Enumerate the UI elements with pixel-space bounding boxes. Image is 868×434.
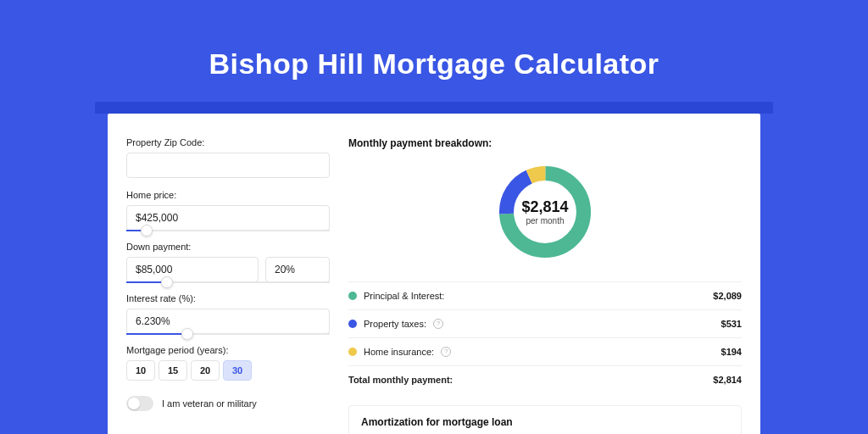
interest-label: Interest rate (%): [126,293,330,303]
results-column: Monthly payment breakdown: $2,814 per mo… [348,137,742,434]
donut-sub: per month [526,216,564,225]
row-insurance-value: $194 [721,347,742,357]
amortization-title: Amortization for mortgage loan [361,416,729,428]
interest-input[interactable] [126,309,330,334]
row-total: Total monthly payment: $2,814 [348,365,742,393]
period-option-20[interactable]: 20 [191,360,220,381]
row-taxes-label: Property taxes: [364,319,426,329]
slider-thumb[interactable] [181,328,193,340]
period-option-10[interactable]: 10 [126,360,155,381]
row-principal-left: Principal & Interest: [348,291,444,301]
down-payment-label: Down payment: [126,242,330,252]
down-payment-input[interactable] [126,257,259,282]
period-buttons: 10 15 20 30 [126,360,330,381]
slider-thumb[interactable] [141,225,153,236]
row-taxes-left: Property taxes: ? [348,319,443,329]
row-principal: Principal & Interest: $2,089 [348,281,742,309]
home-price-group: Home price: [126,190,330,231]
slider-rest [147,230,330,231]
period-group: Mortgage period (years): 10 15 20 30 [126,345,330,381]
period-option-30[interactable]: 30 [223,360,252,381]
zip-input[interactable] [126,153,330,178]
down-payment-pct-input[interactable] [265,257,330,282]
interest-group: Interest rate (%): [126,293,330,334]
donut-area: $2,814 per month [348,161,742,263]
donut-amount: $2,814 [521,198,568,216]
zip-group: Property Zip Code: [126,137,330,178]
period-option-15[interactable]: 15 [159,360,187,381]
veteran-label: I am veteran or military [162,398,257,409]
row-total-label: Total monthly payment: [348,375,453,385]
row-insurance-left: Home insurance: ? [348,347,451,357]
veteran-row: I am veteran or military [126,396,330,411]
legend-dot-principal [348,292,357,300]
page-background: Bishop Hill Mortgage Calculator Property… [0,0,868,434]
row-taxes-value: $531 [721,319,742,329]
down-payment-group: Down payment: [126,242,330,282]
page-title: Bishop Hill Mortgage Calculator [0,47,868,81]
legend-dot-taxes [348,320,357,328]
calculator-card: Property Zip Code: Home price: Down paym… [108,114,760,434]
donut-chart: $2,814 per month [494,161,596,263]
slider-thumb[interactable] [161,276,173,288]
donut-center: $2,814 per month [494,161,596,263]
legend-dot-insurance [348,348,357,356]
home-price-input[interactable] [126,205,330,231]
period-label: Mortgage period (years): [126,345,330,355]
inputs-column: Property Zip Code: Home price: Down paym… [126,137,330,434]
slider-track [126,333,187,335]
row-insurance-label: Home insurance: [364,347,434,357]
row-taxes: Property taxes: ? $531 [348,309,742,337]
card-shadow [95,102,773,114]
amortization-box: Amortization for mortgage loan Amortizat… [348,405,742,434]
zip-label: Property Zip Code: [126,137,330,147]
slider-rest [167,281,330,283]
row-principal-value: $2,089 [713,291,742,301]
row-total-value: $2,814 [713,375,742,385]
veteran-toggle[interactable] [126,396,153,411]
slider-rest [187,333,330,335]
home-price-label: Home price: [126,190,330,200]
down-payment-pair [126,257,330,282]
help-icon[interactable]: ? [433,319,443,329]
help-icon[interactable]: ? [441,347,451,357]
row-principal-label: Principal & Interest: [364,291,444,301]
row-insurance: Home insurance: ? $194 [348,337,742,365]
breakdown-title: Monthly payment breakdown: [348,137,742,149]
